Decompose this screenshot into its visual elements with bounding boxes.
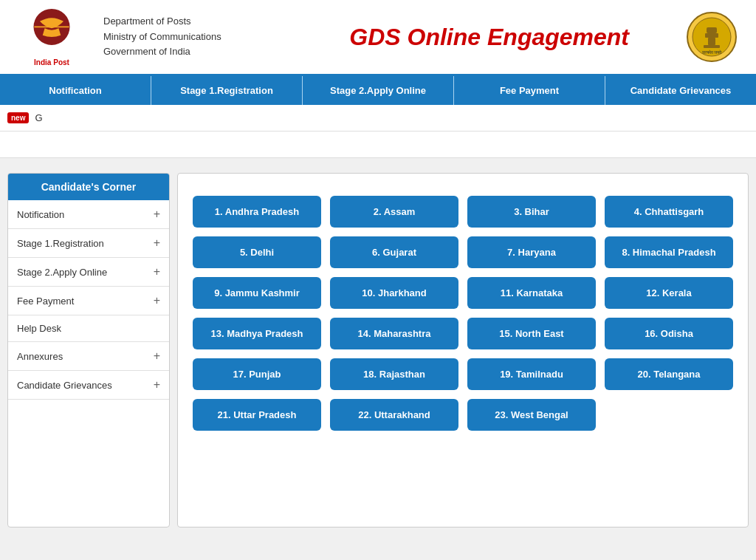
nav-candidate-grievances[interactable]: Candidate Grievances: [605, 76, 756, 105]
state-kerala[interactable]: 12. Kerala: [605, 277, 733, 309]
sidebar-item-annexures[interactable]: Annexures +: [8, 342, 169, 371]
sidebar-header: Candidate's Corner: [8, 174, 169, 200]
state-assam[interactable]: 2. Assam: [330, 196, 458, 228]
nav-notification[interactable]: Notification: [0, 76, 151, 105]
sidebar-item-notification[interactable]: Notification +: [8, 200, 169, 229]
sidebar-label-stage1: Stage 1.Registration: [17, 238, 104, 249]
page-title: GDS Online Engagement: [296, 24, 682, 51]
state-delhi[interactable]: 5. Delhi: [193, 236, 321, 268]
svg-rect-6: [705, 33, 718, 38]
sidebar-plus-stage2: +: [154, 265, 160, 279]
state-odisha[interactable]: 16. Odisha: [605, 318, 733, 349]
sidebar-item-helpdesk[interactable]: Help Desk: [8, 315, 169, 342]
state-uttarakhand[interactable]: 22. Uttarakhand: [330, 399, 458, 431]
emblem-svg: सत्यमेव जयते: [686, 11, 738, 63]
header-department: Department of Posts Ministry of Communic…: [103, 14, 296, 60]
sidebar-item-fee[interactable]: Fee Payment +: [8, 287, 169, 315]
sidebar-label-annexures: Annexures: [17, 351, 63, 362]
nav-stage1-registration[interactable]: Stage 1.Registration: [151, 76, 303, 105]
main-layout: Candidate's Corner Notification + Stage …: [0, 165, 756, 535]
state-mp[interactable]: 13. Madhya Pradesh: [193, 318, 321, 349]
svg-rect-7: [708, 38, 715, 45]
state-up[interactable]: 21. Uttar Pradesh: [193, 399, 321, 431]
sidebar-label-grievances: Candidate Grievances: [17, 380, 112, 391]
state-chhattisgarh[interactable]: 4. Chhattisgarh: [605, 196, 733, 228]
sidebar-label-helpdesk: Help Desk: [17, 323, 61, 334]
government-emblem: सत्यमेव जयते: [682, 7, 741, 66]
sidebar-plus-grievances: +: [154, 378, 160, 392]
dept-line2: Ministry of Communications: [103, 30, 296, 45]
india-post-label: India Post: [34, 58, 69, 66]
dept-line3: Government of India: [103, 44, 296, 60]
nav-stage2-apply[interactable]: Stage 2.Apply Online: [303, 76, 454, 105]
svg-rect-5: [707, 27, 717, 33]
state-rajasthan[interactable]: 18. Rajasthan: [330, 358, 458, 390]
state-haryana[interactable]: 7. Haryana: [467, 236, 596, 268]
info-bar: [0, 132, 756, 158]
sidebar-label-notification: Notification: [17, 209, 64, 220]
svg-text:सत्यमेव जयते: सत्यमेव जयते: [701, 49, 723, 55]
states-grid: 1. Andhra Pradesh2. Assam3. Bihar4. Chha…: [193, 188, 733, 438]
new-badge: new: [7, 112, 29, 123]
main-navbar: Notification Stage 1.Registration Stage …: [0, 76, 756, 105]
sidebar-item-grievances[interactable]: Candidate Grievances +: [8, 371, 169, 400]
sidebar-plus-fee: +: [154, 294, 160, 307]
state-karnataka[interactable]: 11. Karnataka: [467, 277, 596, 309]
state-wb[interactable]: 23. West Bengal: [467, 399, 596, 431]
page-header: India Post Department of Posts Ministry …: [0, 0, 756, 76]
nav-fee-payment[interactable]: Fee Payment: [454, 76, 605, 105]
india-post-logo: India Post: [15, 7, 89, 66]
state-maharashtra[interactable]: 14. Maharashtra: [330, 318, 458, 349]
state-tn[interactable]: 19. Tamilnadu: [467, 358, 596, 390]
sidebar-label-fee: Fee Payment: [17, 296, 74, 307]
sidebar-item-stage2[interactable]: Stage 2.Apply Online +: [8, 258, 169, 287]
sidebar-label-stage2: Stage 2.Apply Online: [17, 267, 107, 278]
state-northeast[interactable]: 15. North East: [467, 318, 596, 349]
state-telangana[interactable]: 20. Telangana: [605, 358, 733, 390]
ticker-bar: new G: [0, 105, 756, 132]
state-gujarat[interactable]: 6. Gujarat: [330, 236, 458, 268]
sidebar-plus-notification: +: [154, 208, 160, 221]
dept-line1: Department of Posts: [103, 14, 296, 30]
logo-svg: [18, 7, 85, 56]
state-punjab[interactable]: 17. Punjab: [193, 358, 321, 390]
state-ap[interactable]: 1. Andhra Pradesh: [193, 196, 321, 228]
state-hp[interactable]: 8. Himachal Pradesh: [605, 236, 733, 268]
ticker-text: G: [35, 112, 42, 123]
sidebar-plus-annexures: +: [154, 349, 160, 363]
state-bihar[interactable]: 3. Bihar: [467, 196, 596, 228]
sidebar-plus-stage1: +: [154, 236, 160, 250]
state-jk[interactable]: 9. Jammu Kashmir: [193, 277, 321, 309]
state-jharkhand[interactable]: 10. Jharkhand: [330, 277, 458, 309]
svg-rect-8: [704, 45, 720, 48]
sidebar: Candidate's Corner Notification + Stage …: [7, 173, 170, 527]
content-area: 1. Andhra Pradesh2. Assam3. Bihar4. Chha…: [177, 173, 749, 527]
sidebar-item-stage1[interactable]: Stage 1.Registration +: [8, 229, 169, 258]
